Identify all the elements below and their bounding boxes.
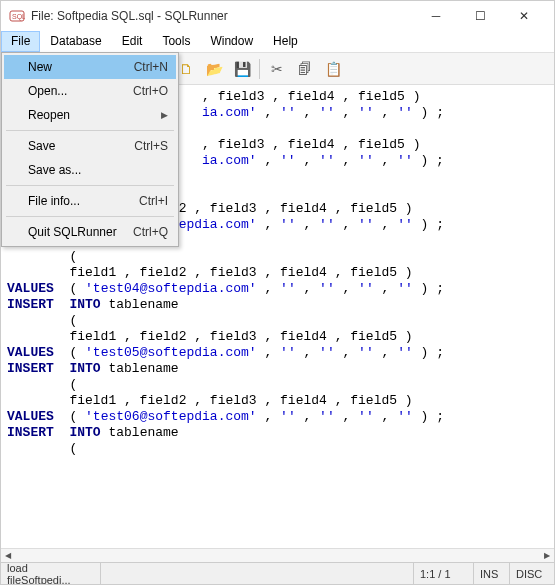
menu-file-save[interactable]: SaveCtrl+S — [4, 134, 176, 158]
menu-tools[interactable]: Tools — [152, 31, 200, 52]
app-icon: SQL — [9, 8, 25, 24]
titlebar: SQL File: Softpedia SQL.sql - SQLRunner … — [1, 1, 554, 31]
menu-file[interactable]: File — [1, 31, 40, 52]
menu-separator — [6, 216, 174, 217]
toolbar-paste-icon[interactable]: 📋 — [320, 56, 346, 82]
status-connection: DISC — [510, 563, 554, 584]
statusbar: load fileSoftpedi... 1:1 / 1 INS DISC — [1, 562, 554, 584]
status-position: 1:1 / 1 — [414, 563, 474, 584]
menu-file-fileinfo[interactable]: File info...Ctrl+I — [4, 189, 176, 213]
menu-file-reopen[interactable]: Reopen▶ — [4, 103, 176, 127]
status-insert-mode: INS — [474, 563, 510, 584]
menu-window[interactable]: Window — [200, 31, 263, 52]
maximize-button[interactable]: ☐ — [458, 2, 502, 30]
window-title: File: Softpedia SQL.sql - SQLRunner — [31, 9, 414, 23]
minimize-button[interactable]: ─ — [414, 2, 458, 30]
menu-separator — [6, 185, 174, 186]
menu-edit[interactable]: Edit — [112, 31, 153, 52]
scroll-right-icon[interactable]: ▶ — [540, 549, 554, 562]
status-spacer — [101, 563, 414, 584]
chevron-right-icon: ▶ — [161, 110, 168, 120]
horizontal-scrollbar[interactable]: ◀ ▶ — [1, 548, 554, 562]
toolbar-copy-icon[interactable]: 🗐 — [292, 56, 318, 82]
menubar: File Database Edit Tools Window Help New… — [1, 31, 554, 53]
scroll-left-icon[interactable]: ◀ — [1, 549, 15, 562]
menu-file-open[interactable]: Open...Ctrl+O — [4, 79, 176, 103]
menu-help[interactable]: Help — [263, 31, 308, 52]
menu-database[interactable]: Database — [40, 31, 111, 52]
toolbar-save-icon[interactable]: 💾 — [229, 56, 255, 82]
toolbar-open-icon[interactable]: 📂 — [201, 56, 227, 82]
menu-file-saveas[interactable]: Save as... — [4, 158, 176, 182]
menu-file-new[interactable]: NewCtrl+N — [4, 55, 176, 79]
file-dropdown: NewCtrl+N Open...Ctrl+O Reopen▶ SaveCtrl… — [1, 52, 179, 247]
status-loadfile: load fileSoftpedi... — [1, 563, 101, 584]
svg-text:SQL: SQL — [12, 13, 25, 21]
toolbar-cut-icon[interactable]: ✂ — [264, 56, 290, 82]
menu-file-quit[interactable]: Quit SQLRunnerCtrl+Q — [4, 220, 176, 244]
menu-separator — [6, 130, 174, 131]
close-button[interactable]: ✕ — [502, 2, 546, 30]
